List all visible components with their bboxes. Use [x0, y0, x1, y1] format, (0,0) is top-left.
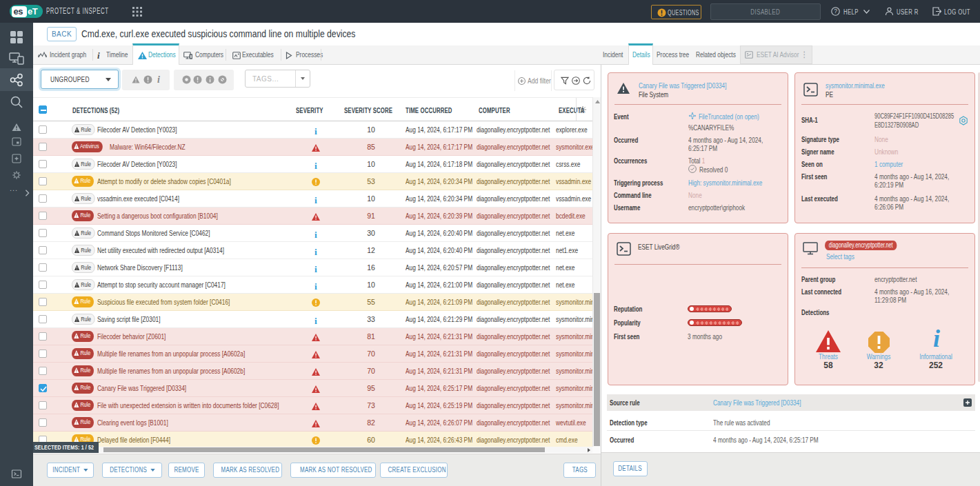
svg-text:?: ? — [834, 8, 837, 14]
